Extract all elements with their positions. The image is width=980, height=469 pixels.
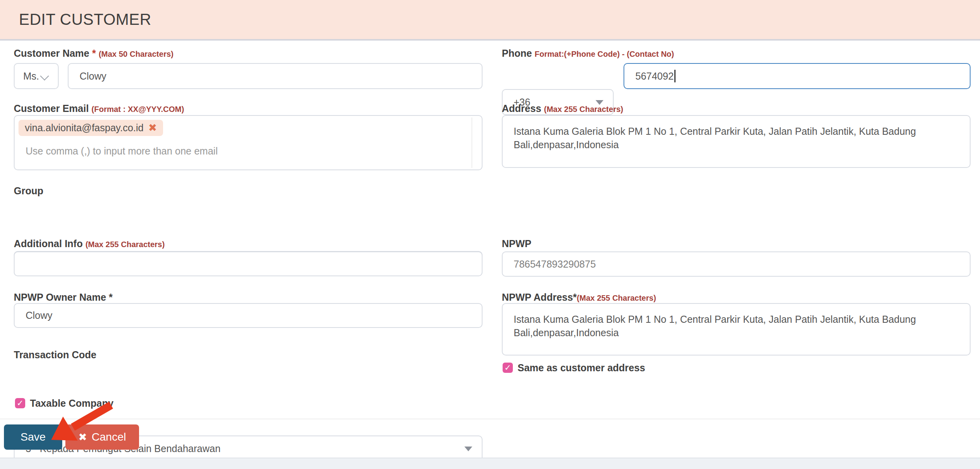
email-scrollbar[interactable] bbox=[471, 117, 472, 168]
customer-name-input[interactable]: Clowy bbox=[68, 63, 483, 89]
text-cursor bbox=[674, 70, 676, 82]
remove-email-icon[interactable]: ✖ bbox=[148, 122, 157, 134]
cancel-button[interactable]: ✖ Cancel bbox=[65, 424, 139, 450]
customer-name-hint: (Max 50 Characters) bbox=[98, 50, 173, 58]
additional-info-hint: (Max 255 Characters) bbox=[85, 240, 165, 249]
phone-number-input[interactable]: 5674092 bbox=[624, 63, 971, 89]
email-tag: vina.alvionita@faspay.co.id✖ bbox=[19, 120, 163, 136]
customer-email-input[interactable]: vina.alvionita@faspay.co.id✖ Use comma (… bbox=[14, 115, 483, 170]
phone-format-hint: Format:(+Phone Code) - (Contact No) bbox=[535, 50, 674, 58]
check-icon: ✓ bbox=[504, 363, 511, 372]
required-asterisk: * bbox=[109, 292, 113, 303]
taxable-company-checkbox[interactable]: ✓ bbox=[15, 398, 25, 408]
additional-info-input[interactable] bbox=[14, 251, 483, 276]
email-placeholder: Use comma (,) to input more than one ema… bbox=[26, 145, 478, 157]
npwp-label: NPWP bbox=[502, 237, 531, 250]
phone-label: Phone Format:(+Phone Code) - (Contact No… bbox=[502, 47, 674, 60]
address-textarea[interactable]: Istana Kuma Galeria Blok PM 1 No 1, Cent… bbox=[502, 115, 971, 168]
additional-info-label: Additional Info (Max 255 Characters) bbox=[14, 237, 165, 251]
salutation-select[interactable]: Ms. bbox=[14, 63, 59, 89]
customer-email-hint: (Format : XX@YYY.COM) bbox=[91, 105, 184, 114]
cancel-x-icon: ✖ bbox=[78, 431, 87, 443]
group-label: Group bbox=[14, 184, 43, 197]
chevron-down-icon bbox=[40, 72, 49, 81]
taxable-company-label: Taxable Company bbox=[30, 397, 113, 409]
same-as-customer-address-row: ✓ Same as customer address bbox=[503, 361, 645, 374]
required-asterisk: * bbox=[573, 292, 577, 303]
section-divider bbox=[0, 419, 980, 419]
same-as-customer-address-checkbox[interactable]: ✓ bbox=[503, 363, 513, 373]
customer-email-label: Customer Email (Format : XX@YYY.COM) bbox=[14, 102, 184, 115]
npwp-address-label: NPWP Address*(Max 255 Characters) bbox=[502, 291, 656, 304]
address-label: Address (Max 255 Characters) bbox=[502, 102, 623, 115]
npwp-address-hint: (Max 255 Characters) bbox=[577, 294, 656, 302]
page-header: EDIT CUSTOMER bbox=[0, 0, 980, 39]
same-as-customer-address-label: Same as customer address bbox=[518, 361, 645, 374]
transaction-code-label: Transaction Code bbox=[14, 348, 97, 361]
npwp-owner-name-label: NPWP Owner Name * bbox=[14, 291, 113, 303]
npwp-input[interactable]: 786547893290875 bbox=[502, 251, 971, 277]
page-footer bbox=[0, 458, 980, 469]
caret-down-icon bbox=[464, 447, 472, 451]
page-title: EDIT CUSTOMER bbox=[19, 11, 151, 28]
customer-name-label: Customer Name * (Max 50 Characters) bbox=[14, 47, 173, 60]
required-asterisk: * bbox=[92, 48, 96, 59]
header-divider bbox=[0, 39, 980, 41]
taxable-company-row: ✓ Taxable Company bbox=[15, 397, 113, 409]
npwp-address-textarea[interactable]: Istana Kuma Galeria Blok PM 1 No 1, Cent… bbox=[502, 303, 971, 355]
address-hint: (Max 255 Characters) bbox=[544, 105, 623, 114]
check-icon: ✓ bbox=[17, 398, 24, 408]
npwp-owner-name-input[interactable]: Clowy bbox=[14, 303, 483, 328]
save-button[interactable]: Save bbox=[4, 424, 62, 450]
